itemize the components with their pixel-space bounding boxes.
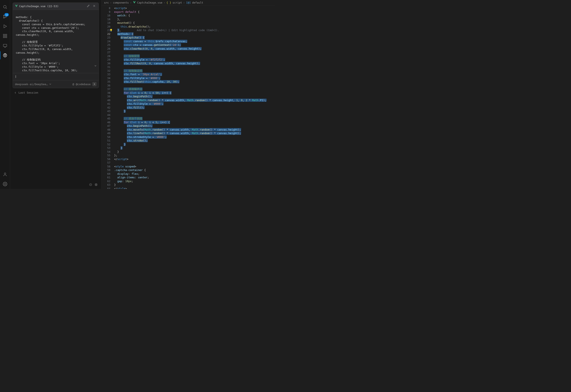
code-line[interactable]: for (let i = 0; i < 50; i++) { (113, 91, 275, 95)
breadcrumb-item[interactable]: CaptchaImage.vue (137, 1, 162, 4)
codebase-label[interactable]: @codebase (76, 83, 91, 86)
code-line[interactable]: const ctx = canvas.getContext('2d'); (113, 43, 275, 47)
chat-card: CaptchaImage.vue (22-53) methods: { draw… (13, 2, 99, 88)
svg-point-19 (96, 184, 97, 185)
vue-file-icon (133, 1, 136, 4)
code-line[interactable]: }, (113, 17, 275, 21)
code-line[interactable]: ctx.lineTo(Math.random() * canvas.width,… (113, 131, 275, 135)
code-line[interactable] (113, 50, 275, 54)
chat-settings-icon[interactable] (95, 183, 98, 187)
chat-reference-header: CaptchaImage.vue (22-53) (13, 3, 99, 10)
code-line[interactable]: methods: { (113, 32, 275, 36)
at-mention-icon[interactable]: @ (72, 83, 74, 86)
code-line[interactable]: export default { (113, 10, 275, 14)
code-line[interactable] (113, 113, 275, 117)
code-line[interactable]: // 添加干扰线 (113, 117, 275, 120)
code-line[interactable] (113, 84, 275, 87)
code-line[interactable]: <script> (113, 6, 275, 10)
scm-badge: 12 (4, 13, 9, 16)
send-button[interactable] (92, 82, 97, 86)
line-gutter: 8916181920212223242526272829303132333435… (101, 5, 113, 189)
code-line[interactable] (113, 65, 275, 69)
breadcrumb-sep: › (130, 1, 132, 4)
code-line[interactable]: ctx.fillStyle = '#000'; (113, 102, 275, 106)
lightbulb-icon[interactable]: 💡 (110, 29, 113, 32)
code-line[interactable]: ctx.strokeStyle = '#000'; (113, 135, 275, 139)
search-icon[interactable] (0, 2, 10, 12)
edit-icon[interactable] (86, 4, 91, 8)
breadcrumb-sep: › (183, 1, 185, 4)
code-line[interactable]: ctx.fillStyle = '#000'; (113, 76, 275, 80)
code-line[interactable] (113, 161, 275, 165)
chat-code-preview: methods: { drawCaptcha() { const canvas … (13, 10, 99, 73)
source-control-icon[interactable]: 12 (0, 12, 10, 21)
chat-panel: CaptchaImage.vue (22-53) methods: { draw… (10, 0, 101, 189)
code-area[interactable]: 8916181920212223242526272829303132333435… (101, 5, 275, 189)
svg-rect-8 (3, 36, 4, 38)
chevron-down-icon[interactable] (81, 61, 97, 72)
code-line[interactable]: } (113, 143, 275, 146)
code-line[interactable]: // 添加噪声点 (113, 87, 275, 91)
code-line[interactable]: gap: 10px; (113, 179, 275, 183)
svg-rect-7 (5, 34, 7, 36)
code-line[interactable]: // 绘制验证码 (113, 69, 275, 73)
code-line[interactable]: ctx.fillText(this.captcha, 10, 30); (113, 80, 275, 84)
breadcrumb-item[interactable]: components (113, 1, 129, 4)
breadcrumb-sep: › (164, 1, 165, 4)
code-line[interactable]: this.drawCaptcha(); (113, 25, 275, 29)
account-icon[interactable] (0, 170, 10, 179)
code-line[interactable]: ctx.arc(Math.random() * canvas.width, Ma… (113, 98, 275, 102)
breadcrumbs[interactable]: src › components › CaptchaImage.vue › { … (101, 0, 275, 5)
code-line[interactable]: } (113, 150, 275, 154)
run-debug-icon[interactable] (0, 21, 10, 31)
code-line[interactable]: ctx.clearRect(0, 0, canvas.width, canvas… (113, 47, 275, 51)
svg-rect-9 (5, 36, 7, 38)
code-line[interactable]: </style> (113, 187, 275, 189)
breadcrumb-sep: › (110, 1, 112, 4)
code-line[interactable]: ctx.fillRect(0, 0, canvas.width, canvas.… (113, 62, 275, 65)
code-line[interactable]: mounted() { (113, 21, 275, 25)
code-line[interactable]: watch: { (113, 14, 275, 17)
breadcrumb-item[interactable]: script (172, 1, 182, 4)
code-line[interactable]: } (113, 146, 275, 150)
close-icon[interactable] (92, 4, 97, 8)
code-line[interactable]: } (113, 183, 275, 187)
breadcrumb-item[interactable]: default (192, 1, 203, 4)
code-line[interactable]: .captcha-container { (113, 168, 275, 172)
settings-gear-icon[interactable] (0, 179, 10, 189)
code-line[interactable]: ctx.moveTo(Math.random() * canvas.width,… (113, 128, 275, 132)
remote-icon[interactable] (0, 41, 10, 50)
code-line[interactable]: <style scoped> (113, 165, 275, 168)
code-line[interactable]: ctx.stroke(); (113, 139, 275, 143)
code-line[interactable]: align-items: center; (113, 175, 275, 179)
symbol-icon: [@] (186, 1, 191, 4)
code-line[interactable]: ctx.beginPath(); (113, 124, 275, 128)
svg-point-3 (3, 17, 4, 18)
code-line[interactable]: 💡 }, Add to chat (Cmd+L) | Edit highligh… (113, 29, 275, 32)
code-line[interactable]: display: flex; (113, 172, 275, 176)
code-line[interactable]: ctx.font = '30px Arial'; (113, 73, 275, 76)
last-session-link[interactable]: Last Session (13, 88, 99, 97)
braces-icon: { } (167, 1, 171, 4)
chat-panel-icon[interactable] (0, 50, 10, 60)
code-line[interactable]: for (let i = 0; i < 5; i++) { (113, 120, 275, 124)
code-line[interactable]: drawCaptcha() { (113, 36, 275, 40)
code-line[interactable]: // 绘制背景 (113, 54, 275, 58)
model-selector[interactable]: deepseek-ai/DeepSee… (15, 83, 71, 86)
svg-rect-6 (3, 34, 4, 36)
chat-footer: deepseek-ai/DeepSee… @ @codebase (13, 80, 99, 88)
code-line[interactable]: } (113, 109, 275, 113)
breadcrumb-item[interactable]: src (104, 1, 109, 4)
code-line[interactable]: }; (113, 154, 275, 157)
svg-marker-5 (4, 25, 7, 28)
code-line[interactable]: ctx.fillStyle = '#f2f2f2'; (113, 58, 275, 62)
history-icon[interactable] (89, 183, 92, 187)
chat-input[interactable]: | (13, 73, 99, 80)
code-line[interactable]: ctx.fill(); (113, 106, 275, 110)
code-line[interactable]: const canvas = this.$refs.captchaCanvas; (113, 40, 275, 43)
extensions-icon[interactable] (0, 31, 10, 41)
code-line[interactable]: ctx.beginPath(); (113, 95, 275, 98)
code-lines[interactable]: <script>export default { watch: { }, mou… (113, 5, 275, 189)
svg-point-15 (4, 183, 6, 185)
code-line[interactable]: </script> (113, 157, 275, 161)
